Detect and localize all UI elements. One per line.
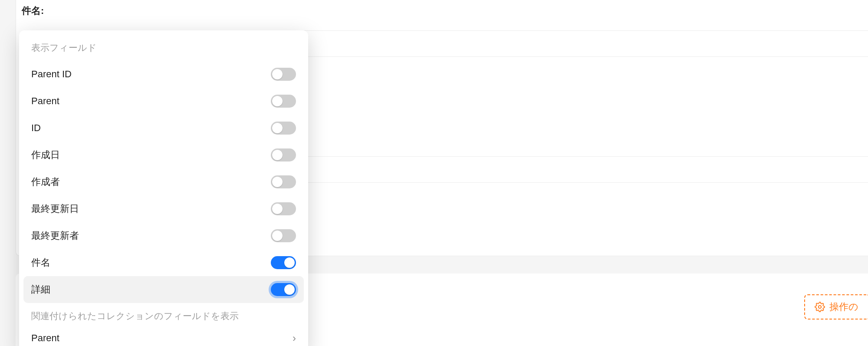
toggle-knob [272, 123, 283, 133]
toggle-switch[interactable] [271, 256, 296, 269]
field-toggle-row[interactable]: Parent [23, 88, 304, 115]
field-toggle-row[interactable]: 件名 [23, 249, 304, 276]
field-toggle-row[interactable]: 作成日 [23, 142, 304, 168]
field-toggle-label: 最終更新者 [31, 229, 79, 242]
page-root: 件名: 操作の 表示フィールド Parent IDParentID作成日作成者最… [0, 0, 868, 346]
toggle-switch[interactable] [271, 283, 296, 296]
display-fields-popover: 表示フィールド Parent IDParentID作成日作成者最終更新日最終更新… [19, 30, 308, 346]
field-toggle-label: ID [31, 122, 41, 134]
toggle-knob [272, 177, 283, 187]
field-toggle-list: Parent IDParentID作成日作成者最終更新日最終更新者件名詳細 [23, 61, 304, 303]
popover-section-title: 表示フィールド [23, 36, 304, 61]
configure-actions-label: 操作の [829, 300, 858, 313]
chevron-right-icon: › [293, 332, 296, 344]
field-toggle-row[interactable]: 最終更新日 [23, 195, 304, 222]
field-toggle-label: 件名 [31, 256, 50, 269]
toggle-knob [272, 96, 283, 106]
related-collection-title: 関連付けられたコレクションのフィールドを表示 [23, 303, 304, 326]
svg-point-0 [819, 306, 821, 308]
toggle-knob [284, 284, 295, 295]
field-toggle-label: Parent [31, 96, 59, 107]
field-toggle-label: 作成者 [31, 175, 60, 188]
toggle-switch[interactable] [271, 202, 296, 215]
field-toggle-row[interactable]: 作成者 [23, 168, 304, 195]
field-toggle-label: Parent ID [31, 69, 72, 80]
toggle-switch[interactable] [271, 68, 296, 81]
field-toggle-label: 最終更新日 [31, 202, 79, 215]
field-toggle-row[interactable]: Parent ID [23, 61, 304, 88]
toggle-switch[interactable] [271, 229, 296, 242]
field-toggle-row[interactable]: ID [23, 115, 304, 142]
toggle-knob [272, 69, 283, 79]
field-toggle-label: 詳細 [31, 283, 50, 296]
toggle-knob [272, 204, 283, 214]
detail-title-label: 件名: [22, 4, 44, 17]
toggle-knob [272, 150, 283, 160]
toggle-switch[interactable] [271, 122, 296, 135]
toggle-switch[interactable] [271, 95, 296, 108]
toggle-knob [284, 257, 295, 268]
field-toggle-row[interactable]: 最終更新者 [23, 222, 304, 249]
toggle-switch[interactable] [271, 148, 296, 161]
related-submenu-parent[interactable]: Parent › [23, 326, 304, 346]
related-submenu-label: Parent [31, 333, 59, 344]
toggle-knob [272, 231, 283, 241]
gear-icon [815, 302, 825, 312]
field-toggle-label: 作成日 [31, 148, 60, 161]
field-toggle-row[interactable]: 詳細 [23, 276, 304, 303]
toggle-switch[interactable] [271, 175, 296, 188]
configure-actions-button[interactable]: 操作の [804, 294, 868, 320]
